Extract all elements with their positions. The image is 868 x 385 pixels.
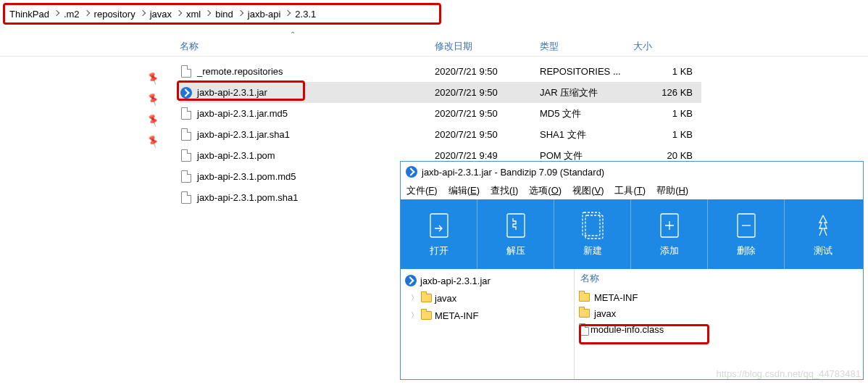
bandizip-toolbar: 打开解压新建添加删除测试: [401, 199, 863, 269]
file-type: MD5 文件: [540, 107, 581, 120]
file-icon: [180, 170, 193, 183]
file-size: 126 KB: [643, 87, 693, 98]
list-item[interactable]: META-INF: [579, 289, 859, 305]
folder-icon: [579, 293, 590, 302]
table-row[interactable]: jaxb-api-2.3.1.jar2020/7/21 9:50JAR 压缩文件…: [180, 82, 701, 103]
app-icon: [406, 166, 417, 178]
list-header-name[interactable]: 名称: [580, 272, 859, 285]
toolbar-button[interactable]: 删除: [708, 199, 785, 269]
breadcrumb-item[interactable]: jaxb-api: [248, 9, 281, 20]
file-date: 2020/7/21 9:50: [435, 87, 498, 98]
expand-icon[interactable]: 〉: [411, 293, 418, 303]
bandizip-tree: jaxb-api-2.3.1.jar〉javax〉META-INF: [401, 269, 575, 379]
menu-item[interactable]: 工具(T): [614, 184, 646, 197]
file-date: 2020/7/21 9:49: [435, 150, 498, 161]
bandizip-window: jaxb-api-2.3.1.jar - Bandizip 7.09 (Stan…: [400, 161, 864, 380]
toolbar-button[interactable]: 添加: [631, 199, 708, 269]
expand-icon[interactable]: 〉: [411, 310, 418, 320]
chevron-right-icon: [83, 10, 89, 16]
menu-item[interactable]: 选项(O): [529, 184, 562, 197]
tree-item[interactable]: 〉javax: [401, 289, 574, 307]
file-type: REPOSITORIES ...: [540, 66, 621, 77]
list-item[interactable]: javax: [579, 305, 859, 321]
breadcrumb-item[interactable]: ThinkPad: [9, 9, 49, 20]
watermark-text: https://blog.csdn.net/qq_44783481: [717, 368, 861, 379]
file-date: 2020/7/21 9:50: [435, 66, 498, 77]
file-icon: [180, 107, 193, 120]
column-header-size[interactable]: 大小: [633, 40, 652, 53]
jar-icon: [180, 86, 193, 99]
toolbar-label: 添加: [660, 244, 679, 257]
breadcrumb-item[interactable]: repository: [94, 9, 135, 20]
menu-item[interactable]: 编辑(E): [448, 184, 480, 197]
file-icon: [180, 65, 193, 78]
tree-root[interactable]: jaxb-api-2.3.1.jar: [401, 272, 574, 289]
breadcrumb-item[interactable]: xml: [186, 9, 201, 20]
file-date: 2020/7/21 9:50: [435, 129, 498, 140]
highlight-box-module-info: [579, 324, 709, 344]
header-divider: [0, 56, 868, 57]
bandizip-titlebar[interactable]: jaxb-api-2.3.1.jar - Bandizip 7.09 (Stan…: [401, 162, 863, 182]
file-name: jaxb-api-2.3.1.jar.md5: [197, 108, 436, 119]
breadcrumb-item[interactable]: .m2: [64, 9, 80, 20]
breadcrumb[interactable]: ThinkPad.m2repositoryjavaxxmlbindjaxb-ap…: [3, 3, 441, 25]
file-name: _remote.repositories: [197, 66, 436, 77]
window-title: jaxb-api-2.3.1.jar - Bandizip 7.09 (Stan…: [422, 167, 604, 178]
file-size: 1 KB: [643, 66, 693, 77]
chevron-right-icon: [139, 10, 145, 16]
file-size: 1 KB: [643, 129, 693, 140]
chevron-right-icon: [238, 10, 243, 16]
svg-rect-1: [507, 214, 525, 237]
menu-item[interactable]: 文件(F): [406, 184, 438, 197]
menu-item[interactable]: 查找(I): [491, 184, 518, 197]
toolbar-label: 打开: [430, 244, 448, 257]
file-type: JAR 压缩文件: [540, 86, 598, 99]
sort-indicator: ⌃: [290, 30, 296, 38]
menu-item[interactable]: 视图(V): [572, 184, 604, 197]
folder-icon: [421, 294, 432, 302]
breadcrumb-item[interactable]: 2.3.1: [295, 9, 316, 20]
file-date: 2020/7/21 9:50: [435, 108, 498, 119]
file-name: jaxb-api-2.3.1.jar: [197, 87, 436, 98]
breadcrumb-item[interactable]: bind: [215, 9, 233, 20]
column-header-name[interactable]: 名称: [180, 40, 199, 53]
toolbar-button[interactable]: 新建: [554, 199, 631, 269]
tree-label: jaxb-api-2.3.1.jar: [420, 276, 491, 286]
file-size: 20 KB: [643, 150, 693, 161]
pin-icon: 📌: [146, 133, 160, 149]
item-name: javax: [594, 308, 616, 319]
column-header-date[interactable]: 修改日期: [435, 40, 472, 53]
item-name: META-INF: [594, 292, 638, 303]
tree-item[interactable]: 〉META-INF: [401, 307, 574, 324]
chevron-right-icon: [176, 10, 182, 16]
table-row[interactable]: _remote.repositories2020/7/21 9:50REPOSI…: [180, 61, 701, 82]
toolbar-button[interactable]: 测试: [785, 199, 861, 269]
bandizip-menubar: 文件(F)编辑(E)查找(I)选项(O)视图(V)工具(T)帮助(H): [401, 182, 863, 199]
chevron-right-icon: [205, 10, 211, 16]
file-type: POM 文件: [540, 149, 583, 162]
menu-item[interactable]: 帮助(H): [656, 184, 688, 197]
toolbar-label: 新建: [583, 244, 602, 257]
table-row[interactable]: jaxb-api-2.3.1.jar.md52020/7/21 9:50MD5 …: [180, 103, 701, 124]
file-icon: [180, 191, 193, 204]
chevron-right-icon: [54, 10, 59, 16]
file-icon: [180, 149, 193, 162]
file-name: jaxb-api-2.3.1.jar.sha1: [197, 129, 436, 140]
toolbar-button[interactable]: 解压: [477, 199, 554, 269]
column-header-type[interactable]: 类型: [540, 40, 559, 53]
pin-icon: 📌: [146, 112, 160, 128]
file-icon: [180, 128, 193, 141]
tree-label: javax: [435, 293, 456, 304]
toolbar-button[interactable]: 打开: [401, 199, 477, 269]
file-type: SHA1 文件: [540, 128, 586, 141]
jar-icon: [405, 275, 417, 286]
pin-icon: 📌: [146, 91, 160, 107]
toolbar-label: 测试: [814, 244, 832, 257]
table-row[interactable]: jaxb-api-2.3.1.jar.sha12020/7/21 9:50SHA…: [180, 124, 701, 145]
breadcrumb-item[interactable]: javax: [150, 9, 172, 20]
toolbar-label: 删除: [737, 244, 756, 257]
chevron-right-icon: [285, 10, 291, 16]
folder-icon: [421, 311, 432, 320]
svg-rect-3: [583, 212, 600, 236]
tree-label: META-INF: [435, 310, 478, 321]
